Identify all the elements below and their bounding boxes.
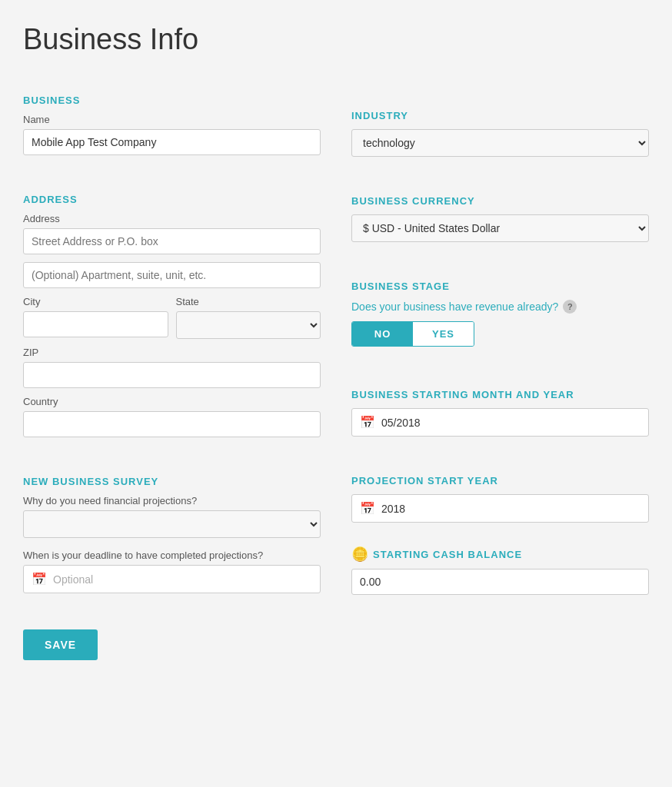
name-label: Name <box>23 114 321 125</box>
address-label: Address <box>23 213 321 224</box>
state-label: State <box>176 296 321 307</box>
help-icon[interactable]: ? <box>563 300 577 314</box>
stage-section-title: BUSINESS STAGE <box>351 281 649 292</box>
currency-select[interactable]: $ USD - United States Dollar <box>351 214 649 242</box>
revenue-question: Does your business have revenue already?… <box>351 300 649 314</box>
save-button[interactable]: SAVE <box>23 629 98 660</box>
country-input[interactable] <box>23 411 321 437</box>
page-title: Business Info <box>23 23 649 56</box>
business-name-input[interactable] <box>23 129 321 155</box>
zip-label: ZIP <box>23 347 321 358</box>
zip-input[interactable] <box>23 362 321 388</box>
cash-balance-input[interactable] <box>351 569 649 595</box>
state-select[interactable] <box>176 311 321 339</box>
address-section-title: ADDRESS <box>23 194 321 205</box>
survey-question: Why do you need financial projections? <box>23 495 321 506</box>
deadline-date-wrapper: 📅 <box>23 565 321 593</box>
toggle-yes-button[interactable]: YES <box>413 322 474 346</box>
business-section-title: BUSINESS <box>23 95 321 106</box>
toggle-no-button[interactable]: NO <box>352 322 413 346</box>
industry-section-title: INDUSTRY <box>351 110 649 121</box>
street-address-input[interactable] <box>23 228 321 254</box>
starting-month-calendar-icon: 📅 <box>360 415 375 430</box>
apt-input[interactable] <box>23 262 321 288</box>
survey-section-title: NEW BUSINESS SURVEY <box>23 476 321 487</box>
city-label: City <box>23 296 168 307</box>
revenue-toggle: NO YES <box>351 321 474 347</box>
industry-select[interactable]: technology <box>351 129 649 157</box>
projection-year-wrapper: 📅 <box>351 494 649 523</box>
country-label: Country <box>23 396 321 407</box>
calendar-icon: 📅 <box>32 572 47 586</box>
deadline-question: When is your deadline to have completed … <box>23 550 321 561</box>
currency-section-title: BUSINESS CURRENCY <box>351 195 649 207</box>
starting-month-input[interactable] <box>381 417 640 429</box>
survey-select[interactable] <box>23 510 321 538</box>
cash-section-title: STARTING CASH BALANCE <box>373 549 522 560</box>
city-input[interactable] <box>23 311 168 337</box>
projection-year-input[interactable] <box>381 503 640 515</box>
projection-calendar-icon: 📅 <box>360 501 375 516</box>
projection-year-section-title: PROJECTION START YEAR <box>351 475 649 486</box>
starting-month-wrapper: 📅 <box>351 408 649 437</box>
pig-icon: 🪙 <box>351 546 368 563</box>
deadline-date-input[interactable] <box>53 573 312 586</box>
starting-month-section-title: BUSINESS STARTING MONTH AND YEAR <box>351 389 649 400</box>
